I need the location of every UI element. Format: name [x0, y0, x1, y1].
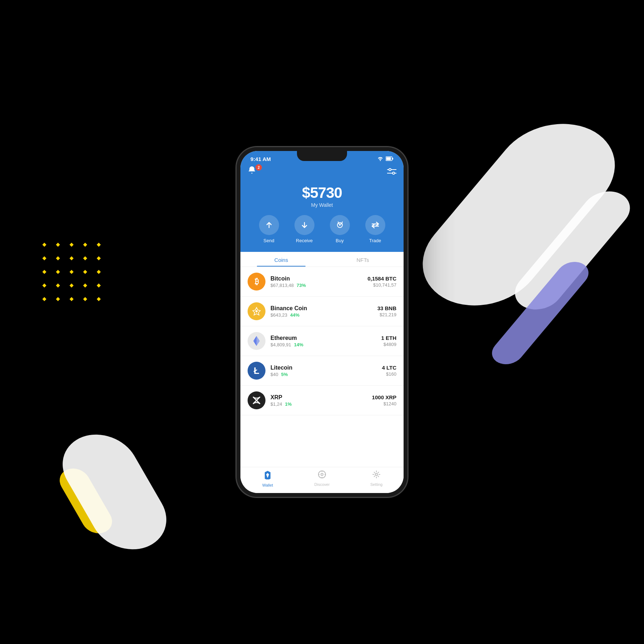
coin-name-xrp: XRP [270, 394, 372, 401]
balance-amount: $5730 [248, 184, 396, 201]
buy-button[interactable]: Buy [330, 215, 350, 243]
coin-price-xrp: $1,24 [270, 401, 282, 407]
btc-icon: ₿ [248, 273, 265, 291]
coin-value-xrp: $1240 [372, 401, 396, 406]
coin-amount-ltc: 4 LTC [382, 365, 396, 371]
send-label: Send [263, 238, 274, 243]
svg-point-31 [375, 473, 377, 475]
coin-value-btc: $10,741,57 [367, 282, 396, 288]
discover-nav-label: Discover [314, 482, 330, 487]
buy-icon-circle [330, 215, 350, 235]
coin-price-btc: $67,813,48 [270, 283, 294, 288]
coin-amount-eth: 1 ETH [381, 335, 396, 341]
coin-holdings-btc: 0,1584 BTC $10,741,57 [367, 275, 396, 288]
bell-icon [248, 167, 256, 176]
coin-info-eth: Ethereum $4,809,91 14% [270, 335, 381, 347]
coin-value-ltc: $160 [382, 371, 396, 377]
notification-button[interactable]: 2 [248, 166, 260, 179]
coin-info-xrp: XRP $1,24 1% [270, 394, 372, 407]
coin-holdings-xrp: 1000 XRP $1240 [372, 394, 396, 406]
coin-change-ltc: 5% [281, 372, 288, 377]
svg-rect-1 [392, 158, 394, 160]
coin-name-bnb: Binance Coin [270, 305, 377, 312]
receive-label: Receive [296, 238, 313, 243]
coin-amount-bnb: 33 BNB [377, 305, 396, 311]
coin-name-eth: Ethereum [270, 335, 381, 341]
coin-holdings-ltc: 4 LTC $160 [382, 365, 396, 377]
coin-holdings-eth: 1 ETH $4809 [381, 335, 396, 347]
list-item[interactable]: Binance Coin $643,23 44% 33 BNB $21,219 [240, 297, 404, 326]
status-time: 9:41 AM [250, 156, 271, 162]
coin-info-ltc: Litecoin $40 5% [270, 365, 382, 377]
setting-nav-icon [372, 470, 381, 481]
wallet-nav-icon [263, 470, 272, 482]
discover-nav-icon [318, 470, 326, 481]
coin-price-ltc: $40 [270, 372, 278, 377]
bnb-icon [248, 302, 265, 320]
status-icons [377, 156, 394, 162]
coin-price-row-bnb: $643,23 44% [270, 312, 377, 318]
coin-change-xrp: 1% [285, 401, 292, 407]
coin-price-row-btc: $67,813,48 73% [270, 283, 367, 288]
nav-item-wallet[interactable]: Wallet [240, 470, 295, 487]
svg-rect-16 [255, 310, 258, 312]
svg-point-3 [389, 169, 391, 171]
balance-label: My Wallet [248, 202, 396, 208]
header-top-bar: 2 [248, 164, 396, 179]
xrp-icon [248, 391, 265, 409]
dot-grid-decoration [43, 243, 104, 305]
phone-screen: 9:41 AM [240, 151, 404, 493]
coin-price-eth: $4,809,91 [270, 342, 291, 347]
settings-button[interactable] [387, 167, 396, 177]
content-tabs: Coins NFTs [240, 252, 404, 267]
buy-label: Buy [336, 238, 343, 243]
coin-amount-btc: 0,1584 BTC [367, 275, 396, 282]
list-item[interactable]: XRP $1,24 1% 1000 XRP $1240 [240, 386, 404, 415]
coin-price-row-eth: $4,809,91 14% [270, 342, 381, 347]
trade-button[interactable]: Trade [365, 215, 385, 243]
eth-icon [248, 332, 265, 350]
receive-button[interactable]: Receive [294, 215, 314, 243]
coin-name-btc: Bitcoin [270, 275, 367, 282]
bottom-navigation: Wallet Discover [240, 467, 404, 493]
coin-holdings-bnb: 33 BNB $21,219 [377, 305, 396, 317]
ltc-icon: Ł [248, 362, 265, 380]
notification-badge: 2 [255, 164, 262, 171]
coin-value-eth: $4809 [381, 342, 396, 347]
coins-list: ₿ Bitcoin $67,813,48 73% 0,1584 BTC $10,… [240, 267, 404, 467]
trade-icon-circle [365, 215, 385, 235]
tab-coins[interactable]: Coins [240, 252, 322, 267]
setting-nav-label: Setting [370, 482, 382, 487]
nav-item-setting[interactable]: Setting [349, 470, 404, 487]
list-item[interactable]: ₿ Bitcoin $67,813,48 73% 0,1584 BTC $10,… [240, 267, 404, 297]
wallet-nav-label: Wallet [262, 483, 273, 487]
svg-point-6 [392, 172, 395, 174]
list-item[interactable]: Ł Litecoin $40 5% 4 LTC $160 [240, 356, 404, 386]
phone-frame: 9:41 AM [236, 147, 408, 497]
coin-price-row-xrp: $1,24 1% [270, 401, 372, 407]
svg-rect-2 [386, 157, 391, 160]
coin-amount-xrp: 1000 XRP [372, 394, 396, 400]
nav-item-discover[interactable]: Discover [295, 470, 349, 487]
wallet-header: 2 $5730 My Wallet [240, 164, 404, 252]
svg-point-26 [321, 473, 323, 475]
send-icon-circle [259, 215, 279, 235]
coin-change-eth: 14% [294, 342, 303, 347]
send-button[interactable]: Send [259, 215, 279, 243]
coin-price-row-ltc: $40 5% [270, 372, 382, 377]
coin-info-bnb: Binance Coin $643,23 44% [270, 305, 377, 318]
coin-price-bnb: $643,23 [270, 312, 287, 318]
svg-point-12 [339, 224, 341, 226]
phone-notch [297, 151, 347, 161]
coin-change-bnb: 44% [290, 312, 299, 318]
wallet-balance-section: $5730 My Wallet [248, 184, 396, 208]
trade-label: Trade [369, 238, 381, 243]
tab-nfts[interactable]: NFTs [322, 252, 404, 267]
receive-icon-circle [294, 215, 314, 235]
coin-info-btc: Bitcoin $67,813,48 73% [270, 275, 367, 288]
list-item[interactable]: Ethereum $4,809,91 14% 1 ETH $4809 [240, 326, 404, 356]
coin-value-bnb: $21,219 [377, 312, 396, 317]
wifi-icon [377, 156, 384, 162]
action-buttons-row: Send Receive [248, 215, 396, 243]
battery-icon [386, 156, 394, 162]
